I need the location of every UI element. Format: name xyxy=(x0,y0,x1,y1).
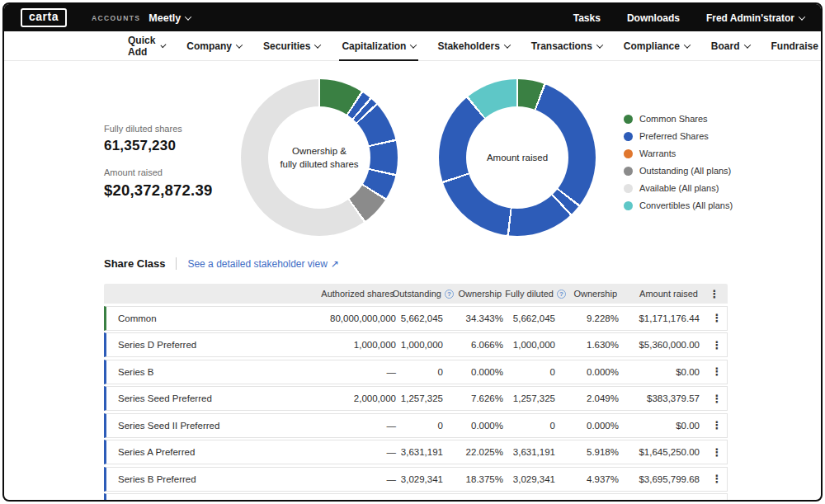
amount-raised-donut-chart: Amount raised xyxy=(439,79,596,236)
chevron-down-icon xyxy=(504,41,511,48)
donut-center: Amount raised xyxy=(466,106,568,209)
nav-item-label: Transactions xyxy=(531,40,592,52)
amount-raised-value: $3,695,799.68 xyxy=(623,474,704,484)
col-amount-raised: Amount raised xyxy=(620,289,701,299)
downloads-button[interactable]: Downloads xyxy=(627,12,680,24)
amount-raised-value: $5,360,000.00 xyxy=(623,340,704,350)
kebab-menu-icon[interactable]: ⋮ xyxy=(704,446,730,459)
summary-stats: Fully diluted shares 61,357,230 Amount r… xyxy=(104,124,212,213)
user-menu[interactable]: Fred Admin'strator xyxy=(706,12,804,24)
kebab-menu-icon[interactable]: ⋮ xyxy=(704,393,730,405)
ownership-value: 6.066% xyxy=(460,340,507,350)
chevron-down-icon xyxy=(596,41,603,48)
amount-raised-label: Amount raised xyxy=(104,167,212,177)
ownership-value: 0.000% xyxy=(460,421,507,431)
nav-item-label: Fundraise xyxy=(771,40,818,52)
amount-raised-value: $0.00 xyxy=(623,421,704,431)
outstanding-value: 3,631,191 xyxy=(400,447,460,457)
kebab-menu-icon[interactable]: ⋮ xyxy=(704,473,730,485)
tasks-button[interactable]: Tasks xyxy=(573,12,601,24)
chevron-down-icon xyxy=(314,41,321,48)
share-class-name: Common xyxy=(106,313,238,323)
share-class-name: Series B Preferred xyxy=(106,474,238,484)
share-class-title: Share Class xyxy=(104,257,165,270)
chevron-down-icon xyxy=(161,42,167,48)
table-header-row: Authorized shares Outstanding ? Ownershi… xyxy=(104,284,728,304)
table-row[interactable]: ⋮ xyxy=(104,493,728,502)
share-class-name: Series A Preferred xyxy=(106,447,238,457)
col-authorized-shares: Authorized shares xyxy=(236,289,398,299)
ownership-value: 34.343% xyxy=(460,313,507,323)
amount-raised-value: $1,645,250.00 xyxy=(623,447,704,457)
nav-item[interactable]: Stakeholders xyxy=(437,31,509,60)
chevron-down-icon xyxy=(684,41,691,48)
legend-item: Warrants xyxy=(624,148,733,158)
kebab-menu-icon[interactable]: ⋮ xyxy=(704,500,730,502)
fully-diluted-value: 0 xyxy=(507,421,572,431)
donut-center-label: Amount raised xyxy=(487,151,548,164)
donut-center: Ownership & fully diluted shares xyxy=(268,106,370,209)
table-row[interactable]: Series A Preferred — 3,631,191 22.025% 3… xyxy=(104,440,728,464)
table-row[interactable]: Common 80,000,000,000 5,662,045 34.343% … xyxy=(104,306,728,331)
nav-item[interactable]: Compliance xyxy=(624,31,690,60)
nav-item[interactable]: Securities xyxy=(263,31,320,60)
kebab-menu-icon[interactable]: ⋮ xyxy=(701,288,728,300)
amount-raised-value: $0.00 xyxy=(623,367,704,377)
table-row[interactable]: Series Seed Preferred 2,000,000 1,257,32… xyxy=(104,386,728,411)
kebab-menu-icon[interactable]: ⋮ xyxy=(704,339,730,351)
legend-item: Outstanding (All plans) xyxy=(624,166,733,176)
stakeholder-view-link[interactable]: See a detailed stakeholder view ↗ xyxy=(187,258,339,270)
top-bar: carta ACCOUNTS Meetly Tasks Downloads Fr… xyxy=(4,4,821,31)
authorized-shares-value: 80,000,000,000 xyxy=(238,313,400,323)
ownership-fd-value: 9.228% xyxy=(572,313,623,323)
ownership-fd-value: 0.000% xyxy=(572,421,623,431)
legend-color-dot xyxy=(624,184,633,193)
ownership-value: 7.626% xyxy=(460,393,507,403)
nav-item[interactable]: Fundraise xyxy=(771,31,823,60)
accounts-label: ACCOUNTS xyxy=(92,14,140,22)
top-bar-right: Tasks Downloads Fred Admin'strator xyxy=(573,12,804,24)
legend-label: Warrants xyxy=(639,148,676,158)
info-icon[interactable]: ? xyxy=(557,290,566,299)
ownership-value: 0.000% xyxy=(460,367,507,377)
authorized-shares-value: 2,000,000 xyxy=(238,393,400,403)
fully-diluted-shares-label: Fully diluted shares xyxy=(104,124,212,134)
nav-item[interactable]: Board xyxy=(711,31,750,60)
amount-raised-value: $20,372,872.39 xyxy=(104,181,212,200)
account-switcher[interactable]: Meetly xyxy=(148,12,191,24)
share-class-name: Series Seed Preferred xyxy=(106,393,238,403)
chevron-down-icon xyxy=(236,41,243,48)
nav-item[interactable]: Capitalization xyxy=(342,31,416,60)
share-class-name: Series Seed II Preferred xyxy=(106,421,238,431)
fully-diluted-value: 0 xyxy=(507,367,572,377)
authorized-shares-value: — xyxy=(238,421,400,431)
table-row[interactable]: Series B — 0 0.000% 0 0.000% $0.00 ⋮ xyxy=(104,360,728,384)
info-icon[interactable]: ? xyxy=(445,290,454,299)
carta-logo[interactable]: carta xyxy=(21,8,67,27)
share-class-name: Series D Preferred xyxy=(106,340,238,350)
ownership-value: 18.375% xyxy=(460,474,507,484)
table-row[interactable]: Series B Preferred — 3,029,341 18.375% 3… xyxy=(104,467,728,492)
legend-color-dot xyxy=(624,201,633,210)
legend-label: Outstanding (All plans) xyxy=(639,166,731,176)
kebab-menu-icon[interactable]: ⋮ xyxy=(704,365,730,378)
outstanding-value: 5,662,045 xyxy=(400,313,460,323)
table-row[interactable]: Series Seed II Preferred — 0 0.000% 0 0.… xyxy=(104,413,728,438)
legend-item: Available (All plans) xyxy=(624,183,733,193)
account-name: Meetly xyxy=(148,12,181,24)
nav-item[interactable]: Transactions xyxy=(531,31,602,60)
fully-diluted-value: 3,029,341 xyxy=(507,474,572,484)
legend-label: Available (All plans) xyxy=(639,183,719,193)
nav-item-label: Board xyxy=(711,40,740,52)
kebab-menu-icon[interactable]: ⋮ xyxy=(704,312,730,324)
share-class-header: Share Class See a detailed stakeholder v… xyxy=(104,257,339,270)
share-class-name: Series B xyxy=(106,367,238,377)
authorized-shares-value: — xyxy=(238,474,400,484)
ownership-fd-value: 4.937% xyxy=(572,474,623,484)
nav-item[interactable]: Quick Add xyxy=(128,31,165,60)
nav-item[interactable]: Company xyxy=(186,31,242,60)
legend-label: Convertibles (All plans) xyxy=(639,200,733,210)
table-row[interactable]: Series D Preferred 1,000,000 1,000,000 6… xyxy=(104,332,728,357)
kebab-menu-icon[interactable]: ⋮ xyxy=(704,419,730,431)
ownership-fd-value: 2.049% xyxy=(572,393,623,403)
